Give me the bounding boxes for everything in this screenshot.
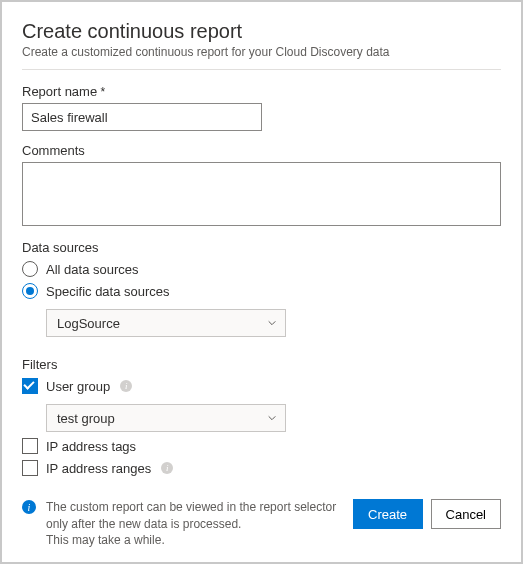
footer: i The custom report can be viewed in the… (22, 487, 501, 548)
radio-specific-label: Specific data sources (46, 284, 170, 299)
filter-ip-ranges[interactable]: IP address ranges i (22, 460, 501, 476)
filter-user-group-label: User group (46, 379, 110, 394)
filters-label: Filters (22, 357, 501, 372)
info-icon: i (22, 500, 36, 514)
checkbox-icon (22, 438, 38, 454)
create-button[interactable]: Create (353, 499, 423, 529)
chevron-down-icon (267, 413, 277, 423)
cancel-button[interactable]: Cancel (431, 499, 501, 529)
info-icon: i (120, 380, 132, 392)
filter-user-group[interactable]: User group i (22, 378, 501, 394)
page-title: Create continuous report (22, 20, 501, 43)
page-subtitle: Create a customized continuous report fo… (22, 45, 501, 59)
info-icon: i (161, 462, 173, 474)
comments-input[interactable] (22, 162, 501, 226)
divider (22, 69, 501, 70)
user-group-select[interactable]: test group (46, 404, 286, 432)
checkbox-icon (22, 378, 38, 394)
data-sources-label: Data sources (22, 240, 501, 255)
radio-icon (22, 283, 38, 299)
radio-icon (22, 261, 38, 277)
filter-ip-tags[interactable]: IP address tags (22, 438, 501, 454)
footer-info-text: The custom report can be viewed in the r… (46, 499, 343, 548)
report-name-label: Report name (22, 84, 501, 99)
button-row: Create Cancel (353, 499, 501, 529)
radio-all-label: All data sources (46, 262, 139, 277)
chevron-down-icon (267, 318, 277, 328)
comments-label: Comments (22, 143, 501, 158)
user-group-select-value: test group (57, 411, 115, 426)
create-report-panel: Create continuous report Create a custom… (0, 0, 523, 564)
filter-ip-tags-label: IP address tags (46, 439, 136, 454)
radio-specific-sources[interactable]: Specific data sources (22, 283, 501, 299)
data-source-select[interactable]: LogSource (46, 309, 286, 337)
report-name-input[interactable] (22, 103, 262, 131)
data-source-select-value: LogSource (57, 316, 120, 331)
filter-ip-ranges-label: IP address ranges (46, 461, 151, 476)
checkbox-icon (22, 460, 38, 476)
radio-all-sources[interactable]: All data sources (22, 261, 501, 277)
